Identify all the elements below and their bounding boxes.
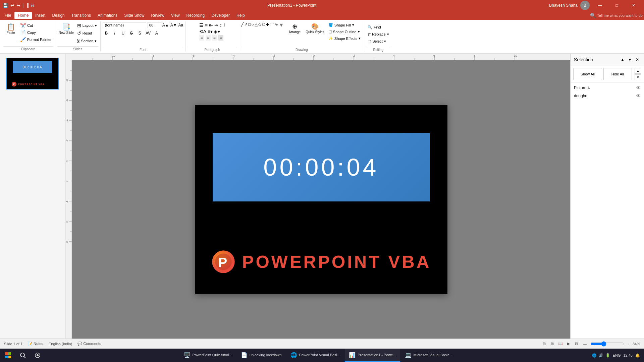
paragraph-group-label[interactable]: Paragraph [187,47,237,52]
menu-view[interactable]: View [168,12,183,19]
decrease-indent-button[interactable]: ⇤ [209,22,213,28]
close-button[interactable]: ✕ [626,0,641,11]
format-painter-button[interactable]: 🖌️ Format Painter [19,36,53,43]
volume-icon[interactable]: 🔊 [599,353,603,358]
align-center-button[interactable]: ≡ [206,35,211,41]
line-spacing-button[interactable]: ↕ [220,22,222,28]
menu-developer[interactable]: Developer [208,12,233,19]
find-button[interactable]: 🔍 Find [366,24,382,30]
reset-button[interactable]: ↺ Reset [76,30,98,37]
shape-outline-button[interactable]: ⬚ Shape Outline▾ [327,29,362,35]
line-tool[interactable]: ╱ [241,22,244,28]
font-group-label[interactable]: Font [103,47,183,52]
slide-thumbnail[interactable]: 00:00:04 P POWERPOINT VBA [6,58,59,89]
smartart-button[interactable]: ◈▾ [214,29,220,34]
menu-help[interactable]: Help [233,12,248,19]
selection-scroll[interactable]: ▲ ▼ [635,68,641,80]
slide-blue-rect[interactable]: 00:00:04 [213,133,430,201]
menu-slideshow[interactable]: Slide Show [121,12,148,19]
strikethrough-button[interactable]: S [128,30,135,37]
shapes-scroll[interactable]: ▼ [279,22,284,28]
taskbar-app-browser[interactable]: 🌐 PowerPoint Visual Basi... [286,349,344,362]
shape-fill-button[interactable]: 🪣 Shape Fill▾ [327,22,362,28]
user-avatar[interactable]: B [580,1,590,10]
close-panel-button[interactable]: ✕ [634,56,641,63]
rhombus-tool[interactable]: ◇ [258,22,261,28]
selection-item-picture4[interactable]: Picture 4 👁 [571,84,644,92]
zoom-slider[interactable] [590,341,624,347]
quick-styles-button[interactable]: 🎨 Quick Styles [304,22,326,35]
font-size-increase[interactable]: A▲ [162,23,169,27]
bullet-list-button[interactable]: ☰ [199,22,204,28]
hide-all-button[interactable]: Hide All [603,68,632,80]
menu-insert[interactable]: Insert [32,12,49,19]
pentagon-tool[interactable]: ⬠ [262,22,265,28]
show-all-button[interactable]: Show All [573,68,602,80]
menu-transitions[interactable]: Transitions [68,12,94,19]
collapse-up-button[interactable]: ▲ [619,56,626,63]
zoom-in-button[interactable]: + [627,342,629,346]
visibility-eye-dongho[interactable]: 👁 [636,93,641,99]
expand-panel-button[interactable]: ▼ [627,56,633,63]
visibility-eye-picture4[interactable]: 👁 [636,85,641,90]
arc-tool[interactable]: ⌒ [270,22,274,28]
justify-button[interactable]: ≡ [218,35,223,41]
notification-icon[interactable]: 🔔 [635,353,640,358]
clipboard-label[interactable]: Clipboard [3,46,53,52]
taskbar-app-lockdown[interactable]: 📄 unlocking lockdown [237,349,285,362]
drawing-group-label[interactable]: Drawing [241,47,362,52]
clear-format-button[interactable]: Aa [178,23,183,27]
normal-view-button[interactable]: ⊟ [541,341,548,347]
maximize-button[interactable]: □ [609,0,625,11]
editing-group-label[interactable]: Editing [366,47,390,52]
menu-design[interactable]: Design [49,12,68,19]
reading-view-button[interactable]: 📖 [557,341,564,347]
align-text-button[interactable]: ≡▾ [208,29,213,34]
numbered-list-button[interactable]: ≡ [205,22,208,28]
battery-icon[interactable]: 🔋 [605,353,610,358]
start-button[interactable] [1,349,15,362]
copy-button[interactable]: 📄 Copy [19,29,53,36]
plus-shape[interactable]: ✚ [266,22,269,28]
cut-button[interactable]: ✂️ Cut [19,22,53,29]
paste-button[interactable]: 📋 Paste [3,22,18,35]
zoom-out-button[interactable]: — [583,342,587,346]
menu-animations[interactable]: Animations [94,12,121,19]
taskbar-app-presentation[interactable]: 📊 Presentation1 - Powe... [345,349,400,362]
triangle-tool[interactable]: △ [255,22,258,28]
slideshow-button[interactable]: ▶ [565,341,572,347]
align-left-button[interactable]: ≡ [199,35,204,41]
network-icon[interactable]: 🌐 [592,353,597,358]
bold-button[interactable]: B [103,30,110,37]
menu-review[interactable]: Review [148,12,167,19]
arrow-tool[interactable]: ↗ [244,22,248,28]
taskbar-app-quiz[interactable]: 🖥️ PowerPoint Quiz tutori... [180,349,236,362]
slides-label[interactable]: Slides [57,46,98,52]
slide-canvas[interactable]: 00:00:04 [72,60,570,339]
freeform-tool[interactable]: ∿ [275,22,278,28]
rect-tool[interactable]: □ [248,22,251,28]
text-direction-button[interactable]: ⟲A [199,29,206,34]
font-color-button[interactable]: A [153,30,160,37]
columns-button[interactable]: ⫴ [223,22,225,28]
increase-indent-button[interactable]: ⇥ [214,22,218,28]
task-view-button[interactable] [31,349,44,362]
taskbar-app-vba[interactable]: 💻 Microsoft Visual Basic... [401,349,457,362]
search-taskbar-button[interactable] [16,349,30,362]
font-size-decrease[interactable]: A▼ [170,23,177,27]
section-button[interactable]: § Section▾ [76,38,98,44]
layout-button[interactable]: ⊞ Layout▾ [76,22,98,29]
comments-button[interactable]: 💬 Comments [77,342,101,346]
notes-button[interactable]: 📝 Notes [28,342,43,346]
menu-recording[interactable]: Recording [183,12,208,19]
new-slide-button[interactable]: 📑 New Slide [57,22,75,35]
fit-to-window[interactable]: ⊡ [573,341,580,347]
replace-button[interactable]: ⇄ Replace▾ [366,32,390,37]
selection-item-dongho[interactable]: dongho 👁 [571,92,644,100]
font-name-input[interactable] [103,22,146,28]
arrange-button[interactable]: ⊕ Arrange [286,22,303,35]
menu-home[interactable]: Home [14,12,32,19]
shape-effects-button[interactable]: ✨ Shape Effects▾ [327,36,362,41]
minimize-button[interactable]: — [592,0,608,11]
italic-button[interactable]: I [111,30,118,37]
